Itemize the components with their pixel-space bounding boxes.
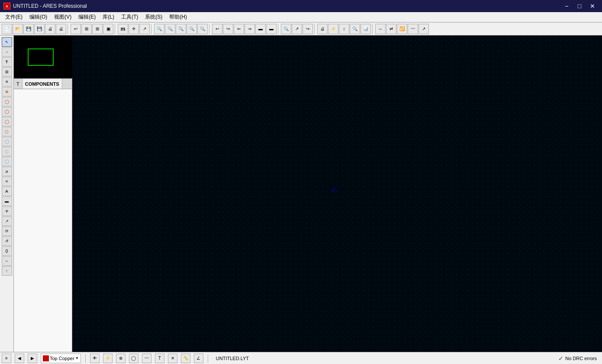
maximize-button[interactable]: □ bbox=[573, 0, 586, 12]
ratsnest-btn[interactable]: ⚡ bbox=[103, 354, 113, 363]
tb-cross[interactable]: ✛ bbox=[129, 24, 139, 34]
tb-redo[interactable]: ↪ bbox=[223, 24, 233, 34]
lt-arrow[interactable]: → bbox=[2, 47, 12, 57]
angle-btn[interactable]: ∠ bbox=[194, 354, 203, 363]
tb-net2[interactable]: ⇌ bbox=[386, 24, 396, 34]
tab-components[interactable]: COMPONENTS bbox=[23, 79, 62, 89]
tb-place[interactable]: ▣ bbox=[103, 24, 113, 34]
tb-metric[interactable]: m bbox=[118, 24, 128, 34]
lt-pad-custom[interactable]: ◯ bbox=[2, 117, 12, 126]
text-size-btn[interactable]: T bbox=[155, 354, 164, 363]
tb-separator-3 bbox=[151, 24, 153, 34]
airwire-btn[interactable]: 〰 bbox=[142, 354, 151, 363]
tb-search[interactable]: 🔍 bbox=[350, 24, 360, 34]
tb-save[interactable]: 💾 bbox=[23, 24, 34, 34]
tb-grid[interactable]: ⊞ bbox=[81, 24, 92, 34]
menu-system[interactable]: 系统(S) bbox=[142, 12, 166, 23]
tb-undo-list[interactable]: ↩ bbox=[71, 24, 81, 34]
tb-arrow[interactable]: ↗ bbox=[139, 24, 150, 34]
menu-tools[interactable]: 工具(T) bbox=[118, 12, 142, 23]
layer-next[interactable]: ▶ bbox=[28, 354, 37, 363]
menu-edit1[interactable]: 编辑(O) bbox=[26, 12, 51, 23]
tb-zoom5[interactable]: 🔍 bbox=[197, 24, 208, 34]
lt-component[interactable]: ⊞ bbox=[2, 67, 12, 77]
lt-text2[interactable]: A bbox=[2, 187, 12, 196]
tb-net5[interactable]: ↗ bbox=[419, 24, 429, 34]
pad-btn[interactable]: ⊕ bbox=[116, 354, 126, 363]
lt-dimension[interactable]: ▬ bbox=[2, 196, 12, 206]
tb-block2[interactable]: ⇒ bbox=[245, 24, 255, 34]
layer-color-swatch bbox=[43, 355, 49, 361]
left-toolbar: ↖ → T ⊞ ✕ ⊕ ◯ ◯ ◯ ▢ ◯ ▢ ◯ ⌀ ≡ A ▬ ✛ ↗ ⟳ … bbox=[0, 35, 14, 352]
lt-flip-v[interactable]: ↑ bbox=[2, 266, 12, 276]
app-title: UNTITLED - ARES Professional bbox=[13, 3, 87, 9]
lt-pad-round[interactable]: ⊕ bbox=[2, 87, 12, 97]
close-button[interactable]: ✕ bbox=[586, 0, 599, 12]
pcb-canvas[interactable] bbox=[72, 35, 602, 352]
via-btn[interactable]: ◯ bbox=[129, 354, 138, 363]
tb-grid2[interactable]: ⊞ bbox=[92, 24, 103, 34]
drc-ok-icon: ✓ bbox=[558, 355, 563, 362]
tb-print1[interactable]: 🖨 bbox=[45, 24, 55, 34]
lt-circle[interactable]: ◯ bbox=[2, 137, 12, 146]
minimize-button[interactable]: − bbox=[560, 0, 573, 12]
menu-file[interactable]: 文件(E) bbox=[2, 12, 26, 23]
lt-via[interactable]: ⌀ bbox=[2, 167, 12, 176]
lt-rect[interactable]: ▢ bbox=[2, 127, 12, 136]
layer-visible-btn[interactable]: 👁 bbox=[90, 354, 100, 363]
menu-library[interactable]: 库(L) bbox=[99, 12, 118, 23]
lt-cross[interactable]: ✕ bbox=[2, 77, 12, 87]
tb-new[interactable]: 📄 bbox=[2, 24, 12, 34]
lt-rotate-ccw[interactable]: ↺ bbox=[2, 236, 12, 246]
lt-track[interactable]: ≡ bbox=[2, 177, 12, 186]
lt-origin[interactable]: ✛ bbox=[2, 206, 12, 216]
layer-dropdown-icon[interactable]: ▼ bbox=[75, 356, 79, 360]
tb-zoom-in[interactable]: 🔍 bbox=[154, 24, 164, 34]
tb-rotate[interactable]: ↪ bbox=[303, 24, 313, 34]
tb-net3[interactable]: 🔁 bbox=[397, 24, 407, 34]
tb-zoom-pan[interactable]: 🔍 bbox=[281, 24, 291, 34]
lt-box[interactable]: ▢ bbox=[2, 147, 12, 156]
menu-edit2[interactable]: 编辑(E) bbox=[75, 12, 99, 23]
tab-t[interactable]: T bbox=[14, 79, 23, 89]
tb-undo[interactable]: ↩ bbox=[212, 24, 222, 34]
tb-open[interactable]: 📂 bbox=[13, 24, 23, 34]
menu-help[interactable]: 帮助(H) bbox=[166, 12, 190, 23]
layer-toggle[interactable]: ≡ bbox=[2, 354, 11, 363]
tb-net4[interactable]: 〰 bbox=[408, 24, 418, 34]
tb-zoom-fit[interactable]: 🔍 bbox=[176, 24, 186, 34]
tb-separator-2 bbox=[115, 24, 116, 34]
drc-status: ✓ No DRC errors bbox=[558, 355, 597, 362]
lt-select[interactable]: ↖ bbox=[2, 37, 12, 47]
lt-zero[interactable]: 0 bbox=[2, 246, 12, 256]
lt-arc[interactable]: ◯ bbox=[2, 157, 12, 166]
tb-print2[interactable]: 🖨 bbox=[56, 24, 66, 34]
tb-report[interactable]: 📊 bbox=[361, 24, 371, 34]
lt-rotate-cw[interactable]: ⟳ bbox=[2, 226, 12, 236]
canvas-area[interactable] bbox=[72, 35, 602, 352]
ruler-btn[interactable]: 📏 bbox=[181, 354, 190, 363]
status-separator-1 bbox=[85, 354, 86, 363]
tb-drc[interactable]: ↕ bbox=[339, 24, 349, 34]
tb-zoom-area[interactable]: 🔍 bbox=[187, 24, 197, 34]
lt-flip-h[interactable]: ↔ bbox=[2, 256, 12, 266]
side-panel: T COMPONENTS bbox=[14, 35, 72, 352]
layer-prev[interactable]: ◀ bbox=[15, 354, 24, 363]
lt-pad-oval[interactable]: ◯ bbox=[2, 97, 12, 106]
tb-highlight[interactable]: ⚡ bbox=[328, 24, 338, 34]
tb-fill1[interactable]: ▬ bbox=[255, 24, 266, 34]
tb-block1[interactable]: ⇐ bbox=[234, 24, 244, 34]
panel-tabs: T COMPONENTS bbox=[14, 79, 72, 89]
tb-print3[interactable]: 🖨 bbox=[317, 24, 328, 34]
lt-text[interactable]: T bbox=[2, 57, 12, 67]
tb-pointer[interactable]: ↗ bbox=[292, 24, 302, 34]
menu-view[interactable]: 视图(V) bbox=[51, 12, 75, 23]
layer-selector[interactable]: Top Copper ▼ bbox=[41, 354, 81, 363]
tb-fill2[interactable]: ▬ bbox=[266, 24, 277, 34]
lt-pad-square[interactable]: ◯ bbox=[2, 107, 12, 116]
lt-measure[interactable]: ↗ bbox=[2, 216, 12, 226]
tb-zoom-out[interactable]: 🔍 bbox=[165, 24, 175, 34]
tb-net1[interactable]: ↔ bbox=[375, 24, 386, 34]
tb-save2[interactable]: 💾 bbox=[34, 24, 45, 34]
cross-btn[interactable]: ✕ bbox=[168, 354, 177, 363]
